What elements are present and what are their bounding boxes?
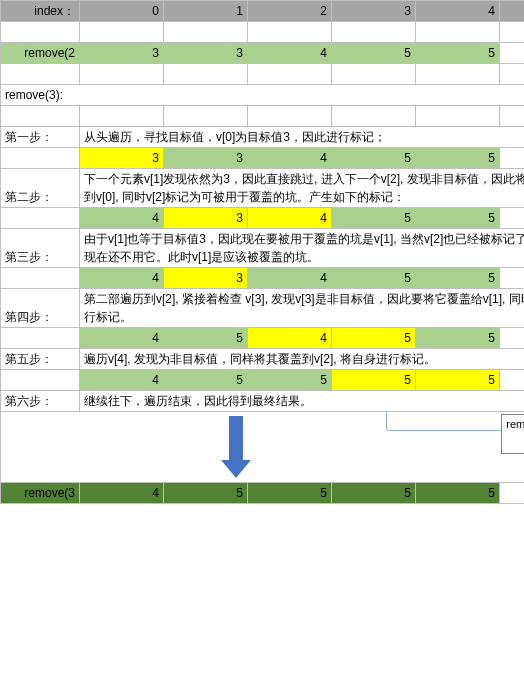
step1-c0: 3 [80, 148, 164, 169]
step4-c5 [500, 328, 525, 349]
step3-c3: 5 [332, 268, 416, 289]
step1-c3: 5 [332, 148, 416, 169]
index-col-2: 2 [248, 1, 332, 22]
step3-c4: 5 [416, 268, 500, 289]
final-v1: 5 [164, 483, 248, 504]
step5-c2: 5 [248, 370, 332, 391]
step1-array-row: 3 3 4 5 5 [1, 148, 525, 169]
callout-line-icon [387, 430, 507, 431]
step2-c1: 3 [164, 208, 248, 229]
step3-c5 [500, 268, 525, 289]
step3-c2: 4 [248, 268, 332, 289]
step6-text-row: 第六步： 继续往下，遍历结束，因此得到最终结果。 [1, 391, 525, 412]
index-label: index： [1, 1, 80, 22]
step1-text: 从头遍历，寻找目标值，v[0]为目标值3，因此进行标记； [80, 127, 525, 148]
remove2-label: remove(2 [1, 43, 80, 64]
final-v3: 5 [332, 483, 416, 504]
remove2-v1: 3 [164, 43, 248, 64]
final-v0: 4 [80, 483, 164, 504]
step2-c2: 4 [248, 208, 332, 229]
step1-c1: 3 [164, 148, 248, 169]
step5-c5 [500, 370, 525, 391]
step3-text: 由于v[1]也等于目标值3，因此现在要被用于覆盖的坑是v[1], 当然v[2]也… [80, 229, 525, 268]
step5-label: 第五步： [1, 349, 80, 370]
step2-c0: 4 [80, 208, 164, 229]
index-col-4: 4 [416, 1, 500, 22]
step2-label: 第二步： [1, 169, 80, 208]
remove2-v0: 3 [80, 43, 164, 64]
step3-label: 第三步： [1, 229, 80, 268]
final-v4: 5 [416, 483, 500, 504]
step2-c3: 5 [332, 208, 416, 229]
index-col-5: 5 [500, 1, 525, 22]
final-v5 [500, 483, 525, 504]
step1-c2: 4 [248, 148, 332, 169]
step1-label: 第一步： [1, 127, 80, 148]
step5-c4: 5 [416, 370, 500, 391]
step4-text: 第二部遍历到v[2], 紧接着检查 v[3], 发现v[3]是非目标值，因此要将… [80, 289, 525, 328]
step1-c5 [500, 148, 525, 169]
step4-c1: 5 [164, 328, 248, 349]
step6-label: 第六步： [1, 391, 80, 412]
step3-text-row: 第三步： 由于v[1]也等于目标值3，因此现在要被用于覆盖的坑是v[1], 当然… [1, 229, 525, 268]
step2-text: 下一个元素v[1]发现依然为3，因此直接跳过, 进入下一个v[2], 发现非目标… [80, 169, 525, 208]
step4-c2: 4 [248, 328, 332, 349]
index-col-3: 3 [332, 1, 416, 22]
remove2-v3: 5 [332, 43, 416, 64]
step1-text-row: 第一步： 从头遍历，寻找目标值，v[0]为目标值3，因此进行标记； [1, 127, 525, 148]
step5-text: 遍历v[4], 发现为非目标值，同样将其覆盖到v[2], 将自身进行标记。 [80, 349, 525, 370]
step4-c4: 5 [416, 328, 500, 349]
step5-text-row: 第五步： 遍历v[4], 发现为非目标值，同样将其覆盖到v[2], 将自身进行标… [1, 349, 525, 370]
step5-array-row: 4 5 5 5 5 [1, 370, 525, 391]
final-label: remove(3 [1, 483, 80, 504]
step6-text: 继续往下，遍历结束，因此得到最终结果。 [80, 391, 525, 412]
index-header-row: index： 0 1 2 3 4 5 [1, 1, 525, 22]
step4-c3: 5 [332, 328, 416, 349]
step4-array-row: 4 5 4 5 5 [1, 328, 525, 349]
remove3-title: remove(3): [1, 85, 525, 106]
step5-c1: 5 [164, 370, 248, 391]
final-row: remove(3 4 5 5 5 5 [1, 483, 525, 504]
remove2-v5 [500, 43, 525, 64]
remove2-v4: 5 [416, 43, 500, 64]
index-col-1: 1 [164, 1, 248, 22]
step2-text-row: 第二步： 下一个元素v[1]发现依然为3，因此直接跳过, 进入下一个v[2], … [1, 169, 525, 208]
arrow-row: remove的返回值 [1, 412, 525, 483]
callout-line-icon [386, 412, 387, 431]
step2-array-row: 4 3 4 5 5 [1, 208, 525, 229]
remove3-title-row: remove(3): [1, 85, 525, 106]
step5-c3: 5 [332, 370, 416, 391]
step3-c0: 4 [80, 268, 164, 289]
step2-c4: 5 [416, 208, 500, 229]
remove2-row: remove(2 3 3 4 5 5 [1, 43, 525, 64]
step3-array-row: 4 3 4 5 5 [1, 268, 525, 289]
step4-c0: 4 [80, 328, 164, 349]
final-v2: 5 [248, 483, 332, 504]
step4-label: 第四步： [1, 289, 80, 328]
step2-c5 [500, 208, 525, 229]
index-col-0: 0 [80, 1, 164, 22]
remove2-v2: 4 [248, 43, 332, 64]
return-value-note: remove的返回值 [501, 414, 524, 454]
step4-text-row: 第四步： 第二部遍历到v[2], 紧接着检查 v[3], 发现v[3]是非目标值… [1, 289, 525, 328]
step3-c1: 3 [164, 268, 248, 289]
down-arrow-icon [221, 416, 251, 476]
step5-c0: 4 [80, 370, 164, 391]
step1-c4: 5 [416, 148, 500, 169]
worksheet: index： 0 1 2 3 4 5 remove(2 3 3 4 5 5 re… [0, 0, 524, 504]
